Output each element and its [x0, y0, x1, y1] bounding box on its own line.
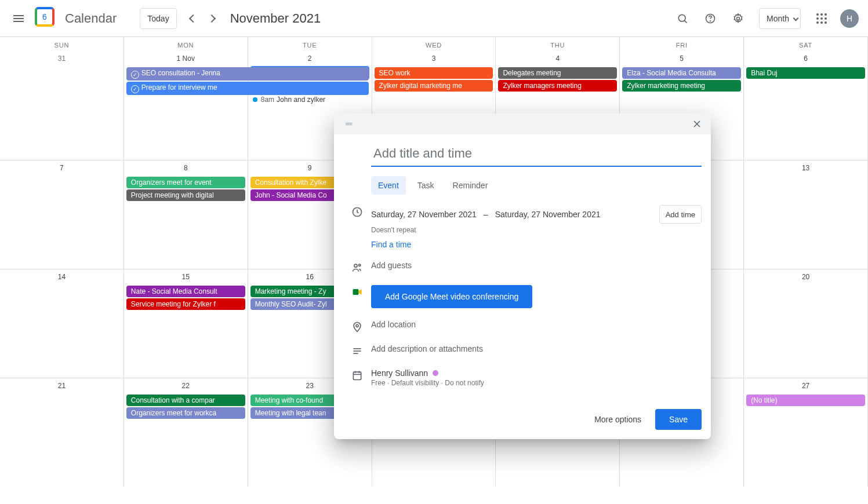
- day-header: FRI: [620, 37, 744, 51]
- day-header: SUN: [0, 37, 124, 51]
- calendar-event[interactable]: Elza - Social Media Consulta: [622, 67, 741, 79]
- calendar-event[interactable]: Project meeting with digital: [126, 189, 245, 201]
- day-cell[interactable]: 21: [0, 378, 124, 487]
- add-time-button[interactable]: Add time: [659, 205, 702, 224]
- drag-handle-icon[interactable]: ═: [346, 119, 351, 129]
- view-selector[interactable]: Month: [759, 8, 801, 29]
- day-cell[interactable]: 6Bhai Duj: [744, 51, 868, 160]
- description-icon: [351, 345, 363, 357]
- svg-point-11: [356, 324, 358, 327]
- find-a-time-link[interactable]: Find a time: [371, 240, 411, 249]
- start-date[interactable]: Saturday, 27 November 2021: [371, 210, 477, 219]
- calendar-event[interactable]: (No title): [746, 395, 865, 406]
- svg-rect-15: [353, 372, 361, 379]
- day-header: THU: [496, 37, 620, 51]
- help-icon: [704, 13, 716, 24]
- day-cell[interactable]: 31: [0, 51, 124, 160]
- search-icon: [677, 13, 688, 24]
- day-cell[interactable]: 27(No title): [744, 378, 868, 487]
- calendar-event[interactable]: ✓SEO consultation - Jenna: [126, 67, 369, 81]
- calendar-event[interactable]: Consultation with a compar: [126, 395, 245, 406]
- svg-rect-10: [353, 289, 359, 295]
- day-number: 7: [0, 162, 124, 176]
- day-cell[interactable]: 14: [0, 269, 124, 378]
- day-number: 27: [744, 379, 867, 393]
- chevron-down-icon: [793, 16, 799, 21]
- calendar-event[interactable]: Service meeting for Zylker f: [126, 298, 245, 310]
- apps-grid-icon: [816, 13, 827, 24]
- day-number: 14: [0, 271, 124, 284]
- add-guests-field[interactable]: Add guests: [371, 261, 412, 270]
- settings-button[interactable]: [727, 7, 750, 30]
- more-options-button[interactable]: More options: [587, 409, 648, 430]
- day-header: MON: [124, 37, 248, 51]
- hamburger-icon: [13, 15, 24, 22]
- day-header: SAT: [744, 37, 868, 51]
- search-button[interactable]: [671, 7, 694, 30]
- main-menu-button[interactable]: [5, 5, 32, 32]
- calendar-event[interactable]: Organizers meet for workca: [126, 407, 245, 419]
- repeat-label[interactable]: Doesn't repeat: [371, 226, 702, 234]
- day-number: 15: [124, 271, 248, 284]
- calendar-event[interactable]: Nate - Social Media Consult: [126, 286, 245, 297]
- day-cell[interactable]: 7: [0, 160, 124, 269]
- calendar-color-dot: [433, 370, 438, 376]
- day-cell[interactable]: 8Organizers meet for eventProject meetin…: [124, 160, 248, 269]
- tab-task[interactable]: Task: [411, 176, 441, 195]
- day-number: 31: [0, 52, 124, 66]
- day-cell[interactable]: 15Nate - Social Media ConsultService mee…: [124, 269, 248, 378]
- close-popup-button[interactable]: [688, 115, 706, 133]
- end-date[interactable]: Saturday, 27 November 2021: [495, 210, 601, 219]
- tab-event[interactable]: Event: [371, 176, 406, 195]
- add-google-meet-button[interactable]: Add Google Meet video conferencing: [371, 285, 532, 308]
- day-number: 4: [496, 52, 619, 66]
- calendar-event[interactable]: Organizers meet for event: [126, 177, 245, 188]
- visibility-sub[interactable]: Free · Default visibility · Do not notif…: [371, 379, 702, 387]
- task-check-icon: ✓: [131, 71, 139, 79]
- day-number: 20: [744, 271, 867, 284]
- day-cell[interactable]: 22Consultation with a comparOrganizers m…: [124, 378, 248, 487]
- location-icon: [351, 321, 363, 333]
- day-cell[interactable]: 20: [744, 269, 868, 378]
- timed-event[interactable]: 8amJohn and zylker: [253, 96, 367, 104]
- day-cell[interactable]: 13: [744, 160, 868, 269]
- calendar-event[interactable]: Delegates meeting: [498, 67, 617, 79]
- app-title: Calendar: [65, 11, 117, 26]
- event-color-dot: [253, 97, 257, 102]
- calendar-event[interactable]: SEO work: [375, 67, 493, 79]
- google-apps-button[interactable]: [810, 7, 833, 30]
- day-number: 5: [620, 52, 743, 66]
- day-number: 6: [744, 52, 867, 66]
- save-button[interactable]: Save: [655, 409, 702, 430]
- calendar-event[interactable]: Zylker digital marketing me: [375, 80, 493, 92]
- calendar-event[interactable]: Bhai Duj: [746, 67, 865, 79]
- calendar-event[interactable]: Zylker managers meeting: [498, 80, 617, 92]
- app-header: 6 Calendar Today November 2021 Month H: [0, 0, 868, 37]
- add-location-field[interactable]: Add location: [371, 320, 416, 329]
- day-number: 8: [124, 162, 248, 176]
- calendar-logo: 6: [35, 7, 58, 30]
- calendar-event[interactable]: Zylker marketing meeting: [622, 80, 741, 92]
- svg-point-4: [737, 17, 740, 20]
- calendar-event[interactable]: ✓Prepare for interview me: [126, 82, 369, 95]
- day-header: WED: [372, 37, 496, 51]
- day-number: 13: [744, 162, 867, 176]
- day-cell[interactable]: 1 Nov✓SEO consultation - Jenna✓Prepare f…: [124, 51, 248, 160]
- current-month-label: November 2021: [230, 11, 321, 26]
- day-number: 22: [124, 379, 248, 393]
- day-number: 21: [0, 379, 124, 393]
- support-button[interactable]: [699, 7, 722, 30]
- clock-icon: [351, 206, 363, 218]
- day-number: 3: [372, 52, 496, 66]
- event-title-input[interactable]: [371, 144, 702, 167]
- tab-reminder[interactable]: Reminder: [446, 176, 495, 195]
- day-number: 1 Nov: [124, 52, 248, 66]
- today-button[interactable]: Today: [140, 8, 176, 29]
- add-description-field[interactable]: Add description or attachments: [371, 344, 483, 353]
- account-avatar[interactable]: H: [840, 9, 859, 28]
- meet-icon: [351, 286, 363, 298]
- svg-point-0: [678, 14, 685, 21]
- next-month-button[interactable]: [202, 9, 221, 28]
- gear-icon: [732, 13, 744, 24]
- prev-month-button[interactable]: [184, 9, 202, 28]
